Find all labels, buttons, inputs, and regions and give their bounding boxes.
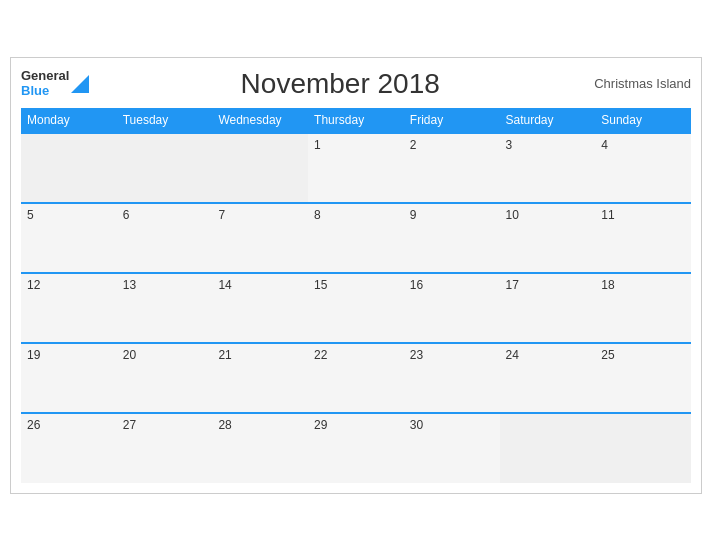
- day-number: 11: [601, 208, 614, 222]
- calendar-cell: 7: [212, 203, 308, 273]
- day-number: 21: [218, 348, 231, 362]
- calendar-cell: 17: [500, 273, 596, 343]
- calendar-cell: [212, 133, 308, 203]
- week-row-5: 2627282930: [21, 413, 691, 483]
- calendar-cell: 4: [595, 133, 691, 203]
- weekday-header-tuesday: Tuesday: [117, 108, 213, 133]
- calendar-cell: 5: [21, 203, 117, 273]
- weekday-header-row: MondayTuesdayWednesdayThursdayFridaySatu…: [21, 108, 691, 133]
- calendar-cell: 10: [500, 203, 596, 273]
- day-number: 7: [218, 208, 225, 222]
- calendar-cell: [117, 133, 213, 203]
- day-number: 6: [123, 208, 130, 222]
- calendar-cell: [21, 133, 117, 203]
- day-number: 5: [27, 208, 34, 222]
- day-number: 20: [123, 348, 136, 362]
- calendar-header: General Blue November 2018 Christmas Isl…: [21, 68, 691, 100]
- week-row-1: 1234: [21, 133, 691, 203]
- day-number: 18: [601, 278, 614, 292]
- weekday-header-wednesday: Wednesday: [212, 108, 308, 133]
- day-number: 19: [27, 348, 40, 362]
- calendar-cell: 19: [21, 343, 117, 413]
- day-number: 17: [506, 278, 519, 292]
- calendar-cell: 1: [308, 133, 404, 203]
- day-number: 22: [314, 348, 327, 362]
- calendar-cell: 22: [308, 343, 404, 413]
- day-number: 28: [218, 418, 231, 432]
- calendar-cell: 16: [404, 273, 500, 343]
- calendar-cell: 18: [595, 273, 691, 343]
- calendar-cell: 27: [117, 413, 213, 483]
- day-number: 2: [410, 138, 417, 152]
- day-number: 26: [27, 418, 40, 432]
- day-number: 14: [218, 278, 231, 292]
- week-row-3: 12131415161718: [21, 273, 691, 343]
- logo: General Blue: [21, 69, 89, 98]
- day-number: 9: [410, 208, 417, 222]
- logo-icon: [71, 75, 89, 93]
- calendar-cell: [595, 413, 691, 483]
- calendar-cell: 30: [404, 413, 500, 483]
- calendar-container: General Blue November 2018 Christmas Isl…: [10, 57, 702, 494]
- calendar-cell: 21: [212, 343, 308, 413]
- weekday-header-monday: Monday: [21, 108, 117, 133]
- svg-marker-0: [71, 75, 89, 93]
- day-number: 10: [506, 208, 519, 222]
- calendar-cell: [500, 413, 596, 483]
- calendar-cell: 26: [21, 413, 117, 483]
- day-number: 13: [123, 278, 136, 292]
- week-row-2: 567891011: [21, 203, 691, 273]
- calendar-cell: 2: [404, 133, 500, 203]
- calendar-cell: 28: [212, 413, 308, 483]
- calendar-cell: 3: [500, 133, 596, 203]
- weekday-header-saturday: Saturday: [500, 108, 596, 133]
- day-number: 3: [506, 138, 513, 152]
- day-number: 30: [410, 418, 423, 432]
- calendar-title: November 2018: [89, 68, 591, 100]
- calendar-cell: 14: [212, 273, 308, 343]
- calendar-cell: 29: [308, 413, 404, 483]
- calendar-cell: 20: [117, 343, 213, 413]
- day-number: 29: [314, 418, 327, 432]
- calendar-cell: 13: [117, 273, 213, 343]
- day-number: 1: [314, 138, 321, 152]
- weekday-header-sunday: Sunday: [595, 108, 691, 133]
- day-number: 12: [27, 278, 40, 292]
- day-number: 23: [410, 348, 423, 362]
- day-number: 25: [601, 348, 614, 362]
- calendar-cell: 6: [117, 203, 213, 273]
- calendar-cell: 9: [404, 203, 500, 273]
- day-number: 27: [123, 418, 136, 432]
- day-number: 8: [314, 208, 321, 222]
- day-number: 16: [410, 278, 423, 292]
- calendar-cell: 23: [404, 343, 500, 413]
- day-number: 4: [601, 138, 608, 152]
- calendar-cell: 15: [308, 273, 404, 343]
- weekday-header-thursday: Thursday: [308, 108, 404, 133]
- calendar-grid: MondayTuesdayWednesdayThursdayFridaySatu…: [21, 108, 691, 483]
- calendar-cell: 25: [595, 343, 691, 413]
- weekday-header-friday: Friday: [404, 108, 500, 133]
- day-number: 15: [314, 278, 327, 292]
- calendar-cell: 8: [308, 203, 404, 273]
- calendar-cell: 12: [21, 273, 117, 343]
- day-number: 24: [506, 348, 519, 362]
- calendar-region: Christmas Island: [591, 76, 691, 91]
- logo-blue-text: Blue: [21, 83, 49, 98]
- calendar-cell: 24: [500, 343, 596, 413]
- calendar-cell: 11: [595, 203, 691, 273]
- week-row-4: 19202122232425: [21, 343, 691, 413]
- logo-general-text: General: [21, 68, 69, 83]
